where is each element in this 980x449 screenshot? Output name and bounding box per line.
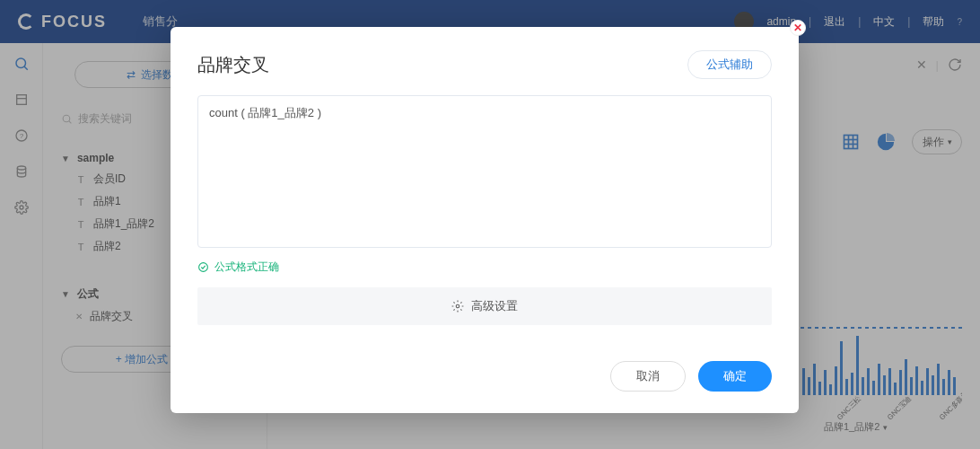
cancel-button[interactable]: 取消 <box>610 361 686 392</box>
close-icon[interactable]: ✕ <box>790 20 806 36</box>
ok-button[interactable]: 确定 <box>698 361 772 392</box>
validation-status: 公式格式正确 <box>197 260 772 275</box>
formula-modal: ✕ 品牌交叉 公式辅助 公式格式正确 高级设置 取消 确定 <box>171 27 799 413</box>
formula-helper-button[interactable]: 公式辅助 <box>687 50 772 79</box>
advanced-label: 高级设置 <box>471 298 518 314</box>
svg-point-45 <box>456 304 459 308</box>
status-text: 公式格式正确 <box>214 260 279 275</box>
formula-editor[interactable] <box>197 95 772 248</box>
svg-point-44 <box>199 263 208 272</box>
check-circle-icon <box>197 261 209 273</box>
ok-label: 确定 <box>723 368 747 384</box>
advanced-settings-button[interactable]: 高级设置 <box>197 287 772 325</box>
formula-helper-label: 公式辅助 <box>706 57 753 73</box>
modal-title: 品牌交叉 <box>197 53 269 77</box>
gear-icon <box>451 300 464 313</box>
cancel-label: 取消 <box>636 368 660 384</box>
